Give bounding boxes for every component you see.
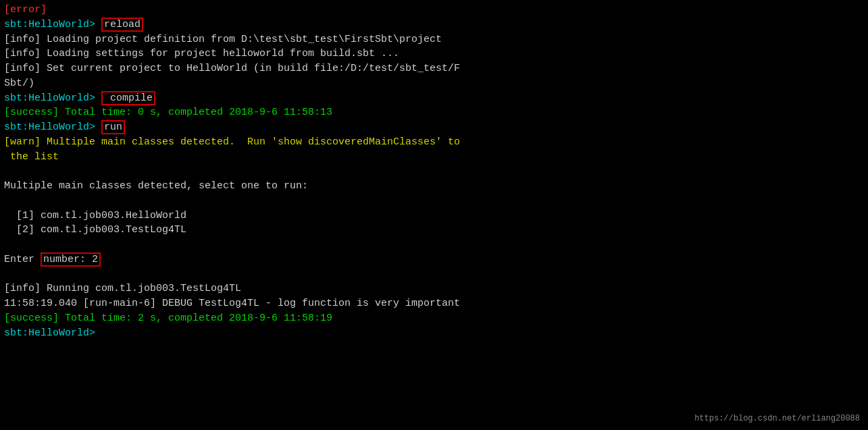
debug-text: 11:58:19.040 [run-main-6] DEBUG TestLog4…: [4, 298, 460, 309]
line-class-1: [1] com.tl.job003.HelloWorld: [4, 209, 864, 223]
line-error: [error]: [4, 3, 864, 18]
terminal-window: [error] sbt:HelloWorld> reload [info] Lo…: [4, 3, 864, 427]
blank-3: [4, 238, 864, 252]
error-tag: [error]: [4, 4, 47, 16]
warn-text: [warn] Multiple main classes detected. R…: [4, 136, 460, 148]
line-reload: sbt:HelloWorld> reload: [4, 18, 864, 32]
running-text: [info] Running com.tl.job003.TestLog4TL: [4, 283, 241, 294]
info-text-3: [info] Set current project to HelloWorld…: [4, 63, 460, 74]
line-final-prompt: sbt:HelloWorld>: [4, 326, 864, 341]
line-multiple-classes: Multiple main classes detected, select o…: [4, 179, 864, 194]
multiple-classes-text: Multiple main classes detected, select o…: [4, 180, 308, 192]
success-run-text: [success] Total time: 2 s, completed 201…: [4, 313, 332, 324]
info-text-4: Sbt/): [4, 78, 34, 89]
cmd-run: run: [101, 120, 125, 134]
info-text-2: [info] Loading settings for project hell…: [4, 48, 399, 59]
class-1-text: [1] com.tl.job003.HelloWorld: [4, 210, 186, 221]
line-enter-number: Enter number: 2: [4, 252, 864, 267]
cmd-number: number: 2: [41, 252, 101, 267]
success-compile-text: [success] Total time: 0 s, completed 201…: [4, 107, 332, 118]
blank-1: [4, 164, 864, 179]
prompt-reload: sbt:HelloWorld>: [4, 19, 95, 30]
line-info-1: [info] Loading project definition from D…: [4, 32, 864, 47]
prompt-compile: sbt:HelloWorld>: [4, 92, 95, 104]
line-class-2: [2] com.tl.job003.TestLog4TL: [4, 223, 864, 238]
prompt-run: sbt:HelloWorld>: [4, 122, 95, 133]
line-running: [info] Running com.tl.job003.TestLog4TL: [4, 281, 864, 296]
line-success-compile: [success] Total time: 0 s, completed 201…: [4, 105, 864, 120]
line-warn: [warn] Multiple main classes detected. R…: [4, 135, 864, 150]
line-compile: sbt:HelloWorld> compile: [4, 91, 864, 106]
blank-4: [4, 267, 864, 282]
line-info-3: [info] Set current project to HelloWorld…: [4, 61, 864, 76]
line-run: sbt:HelloWorld> run: [4, 120, 864, 135]
blank-2: [4, 194, 864, 209]
info-text-1: [info] Loading project definition from D…: [4, 34, 442, 45]
enter-prefix: Enter: [4, 254, 41, 265]
line-warn-cont: the list: [4, 150, 864, 165]
prompt-final: sbt:HelloWorld>: [4, 327, 95, 339]
cmd-reload: reload: [101, 18, 143, 32]
line-success-run: [success] Total time: 2 s, completed 201…: [4, 311, 864, 326]
line-info-2: [info] Loading settings for project hell…: [4, 47, 864, 61]
line-debug: 11:58:19.040 [run-main-6] DEBUG TestLog4…: [4, 296, 864, 311]
watermark: https://blog.csdn.net/erliang20088: [694, 413, 860, 425]
class-2-text: [2] com.tl.job003.TestLog4TL: [4, 224, 186, 236]
warn-text-cont: the list: [4, 151, 59, 163]
cmd-compile: compile: [101, 91, 155, 105]
line-info-4: Sbt/): [4, 76, 864, 91]
